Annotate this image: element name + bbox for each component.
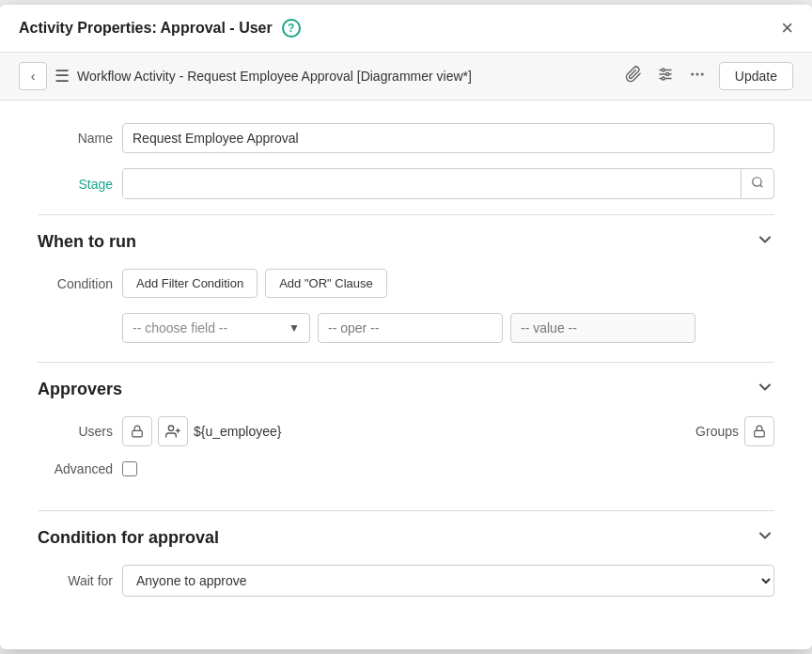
approvers-content: Users ${u_employee}: [38, 416, 774, 510]
condition-for-approval-header[interactable]: Condition for approval: [38, 511, 774, 565]
attach-icon-button[interactable]: [623, 64, 644, 88]
approvers-title: Approvers: [38, 380, 122, 399]
add-filter-condition-button[interactable]: Add Filter Condition: [122, 269, 258, 298]
toolbar: ‹ ☰ Workflow Activity - Request Employee…: [0, 53, 812, 101]
menu-icon[interactable]: ☰: [55, 66, 70, 86]
when-to-run-section: When to run Condition Add Filter Conditi…: [38, 214, 774, 362]
svg-point-3: [662, 69, 664, 71]
name-row: Name: [38, 123, 774, 153]
svg-point-7: [695, 73, 698, 76]
condition-for-approval-content: Wait for Anyone to approve Everyone to a…: [38, 565, 774, 631]
svg-point-4: [666, 73, 669, 76]
users-content: ${u_employee} Groups: [122, 416, 774, 446]
wait-for-row: Wait for Anyone to approve Everyone to a…: [38, 565, 774, 597]
users-label: Users: [38, 424, 113, 439]
back-arrow-icon: ‹: [31, 69, 36, 84]
condition-label: Condition: [38, 276, 113, 291]
modal-header: Activity Properties: Approval - User ? ×: [0, 5, 812, 53]
advanced-label: Advanced: [38, 461, 113, 476]
wait-for-select[interactable]: Anyone to approve Everyone to approve: [122, 565, 774, 597]
choose-field-text: -- choose field --: [133, 320, 227, 335]
name-input[interactable]: [122, 123, 774, 153]
condition-buttons: Add Filter Condition Add "OR" Clause: [122, 269, 387, 298]
user-value: ${u_employee}: [194, 424, 281, 439]
when-to-run-content: Condition Add Filter Condition Add "OR" …: [38, 269, 774, 362]
users-row: Users ${u_employee}: [38, 416, 774, 446]
svg-line-10: [760, 185, 763, 188]
condition-for-approval-chevron: [756, 526, 774, 550]
back-button[interactable]: ‹: [19, 62, 47, 90]
add-or-clause-button[interactable]: Add "OR" Clause: [265, 269, 387, 298]
lock-user-button[interactable]: [122, 416, 152, 446]
svg-rect-15: [755, 430, 765, 436]
name-label: Name: [38, 131, 113, 146]
condition-for-approval-section: Condition for approval Wait for Anyone t…: [38, 510, 774, 631]
modal-title: Activity Properties: Approval - User: [19, 20, 273, 37]
when-to-run-header[interactable]: When to run: [38, 215, 774, 269]
when-to-run-title: When to run: [38, 232, 136, 252]
modal-body: Name Stage When to run: [0, 101, 812, 649]
svg-point-8: [701, 73, 704, 76]
svg-rect-11: [133, 430, 143, 436]
condition-row: Condition Add Filter Condition Add "OR" …: [38, 269, 774, 298]
svg-point-5: [662, 77, 664, 80]
value-input[interactable]: [510, 313, 695, 343]
svg-point-6: [691, 73, 694, 76]
close-button[interactable]: ×: [781, 18, 793, 39]
stage-search-button[interactable]: [741, 169, 773, 198]
svg-point-12: [168, 426, 173, 430]
approvers-chevron: [756, 378, 774, 401]
approvers-header[interactable]: Approvers: [38, 363, 774, 416]
add-person-button[interactable]: [158, 416, 188, 446]
groups-label: Groups: [695, 424, 739, 439]
advanced-row: Advanced: [38, 461, 774, 476]
when-to-run-chevron: [756, 230, 774, 254]
settings-icon-button[interactable]: [655, 64, 676, 88]
activity-properties-modal: Activity Properties: Approval - User ? ×…: [0, 5, 812, 649]
svg-point-9: [753, 178, 761, 186]
stage-row: Stage: [38, 168, 774, 199]
groups-lock-button[interactable]: [744, 416, 774, 446]
condition-for-approval-title: Condition for approval: [38, 528, 219, 548]
help-icon[interactable]: ?: [282, 19, 301, 38]
stage-input[interactable]: [123, 170, 741, 198]
oper-input[interactable]: [318, 313, 503, 343]
stage-label[interactable]: Stage: [38, 177, 113, 192]
toolbar-icons: Update: [623, 62, 793, 90]
wait-for-label: Wait for: [38, 573, 113, 588]
modal-header-left: Activity Properties: Approval - User ?: [19, 19, 301, 38]
approvers-section: Approvers Users: [38, 362, 774, 510]
choose-field-dropdown[interactable]: -- choose field -- ▼: [122, 313, 310, 343]
more-options-button[interactable]: [687, 64, 708, 88]
filter-row: -- choose field -- ▼: [122, 313, 774, 343]
stage-input-wrapper: [122, 168, 774, 199]
update-button[interactable]: Update: [719, 62, 793, 90]
choose-field-arrow-icon: ▼: [289, 321, 300, 335]
advanced-checkbox[interactable]: [122, 461, 137, 476]
toolbar-title: Workflow Activity - Request Employee App…: [77, 69, 616, 84]
